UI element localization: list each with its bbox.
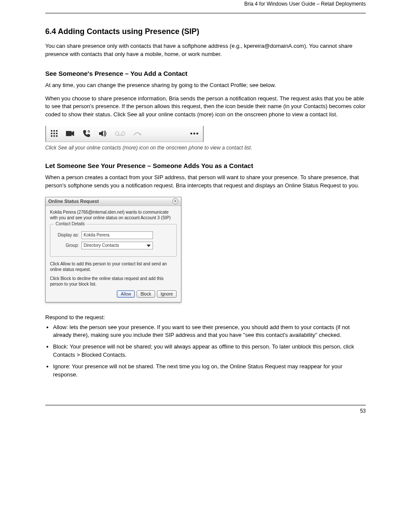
group-select-value: Directory Contacts xyxy=(84,243,119,248)
svg-rect-3 xyxy=(51,133,53,134)
dialog-title: Online Status Request xyxy=(48,199,99,204)
svg-point-14 xyxy=(193,133,195,134)
dialog-figure: Online Status Request × Kokila Perera (2… xyxy=(45,197,366,302)
page-number: 53 xyxy=(360,408,366,414)
call-icon[interactable] xyxy=(82,129,91,138)
more-icon[interactable] xyxy=(190,132,199,135)
video-icon[interactable] xyxy=(66,131,75,137)
svg-rect-0 xyxy=(51,130,53,132)
ignore-button[interactable]: Ignore xyxy=(157,290,177,298)
top-rule xyxy=(45,13,366,13)
svg-rect-2 xyxy=(56,130,58,132)
response-bullets: Allow: lets the person see your presence… xyxy=(53,324,366,379)
svg-point-10 xyxy=(115,132,119,135)
toolbar-caption: Click See all your online contacts (more… xyxy=(45,145,366,151)
block-button[interactable]: Block xyxy=(137,290,155,298)
dialog-titlebar: Online Status Request × xyxy=(46,197,181,206)
display-as-input[interactable] xyxy=(81,231,153,239)
fieldset-legend: Contact Details xyxy=(54,221,87,226)
online-status-dialog: Online Status Request × Kokila Perera (2… xyxy=(45,197,181,302)
svg-point-13 xyxy=(190,133,192,134)
svg-rect-1 xyxy=(53,130,55,132)
bullet-block: Block: Your presence will not be shared;… xyxy=(53,343,366,359)
section1-para2: At any time, you can change the presence… xyxy=(45,81,366,90)
dialog-message: Kokila Perera (2766@internal.iden.net) w… xyxy=(50,209,177,221)
chevron-down-icon xyxy=(146,243,151,248)
section2-title: Let Someone See Your Presence – Someone … xyxy=(45,162,366,169)
section2-para1: When a person creates a contact from you… xyxy=(45,174,366,190)
svg-rect-4 xyxy=(53,133,55,134)
section1-sub1: See Someone's Presence – You Add a Conta… xyxy=(45,70,366,77)
svg-rect-7 xyxy=(53,135,55,137)
page-footer: 53 xyxy=(45,405,366,414)
dialog-button-row: Allow Block Ignore xyxy=(50,290,177,298)
section1-para1: You can share presence only with contact… xyxy=(45,42,366,59)
speaker-icon[interactable] xyxy=(99,130,107,137)
group-label: Group: xyxy=(54,243,79,248)
close-icon[interactable]: × xyxy=(172,198,178,204)
svg-point-11 xyxy=(121,132,125,135)
header-right-text: Bria 4 for Windows User Guide – Retail D… xyxy=(45,1,366,7)
display-as-label: Display as: xyxy=(54,233,79,237)
allow-button[interactable]: Allow xyxy=(117,290,135,298)
svg-rect-5 xyxy=(56,133,58,134)
contact-details-fieldset: Contact Details Display as: Group: Direc… xyxy=(50,224,177,257)
dialog-help1: Click Allow to add this person to your c… xyxy=(50,261,177,272)
redo-icon[interactable] xyxy=(133,131,142,136)
svg-rect-9 xyxy=(66,131,72,136)
svg-rect-8 xyxy=(56,135,58,137)
section3-para1: Respond to the request: xyxy=(45,314,366,322)
bullet-allow: Allow: lets the person see your presence… xyxy=(53,324,366,340)
section-title-1: 6.4 Adding Contacts using Presence (SIP) xyxy=(45,27,366,36)
dialpad-icon[interactable] xyxy=(50,130,58,137)
svg-rect-6 xyxy=(51,135,53,137)
dialog-help2: Click Block to decline the online status… xyxy=(50,276,177,287)
voicemail-icon[interactable] xyxy=(115,131,125,136)
toolbar-figure: Click See all your online contacts (more… xyxy=(45,126,366,151)
svg-point-15 xyxy=(196,133,198,134)
softphone-toolbar xyxy=(45,126,204,142)
group-select[interactable]: Directory Contacts xyxy=(81,242,153,249)
bullet-ignore: Ignore: Your presence will not be shared… xyxy=(53,363,366,379)
section1-para3: When you choose to share presence inform… xyxy=(45,95,366,119)
